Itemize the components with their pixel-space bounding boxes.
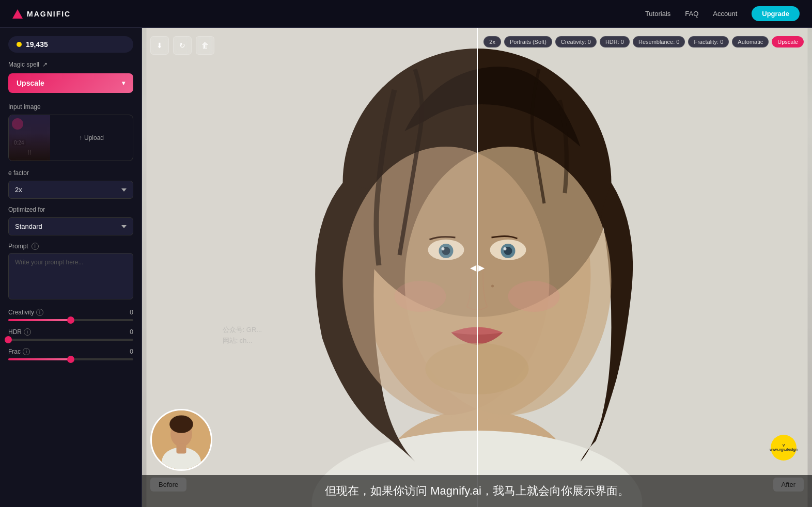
upscale-button-label: Upscale	[17, 79, 44, 87]
credits-dot-icon	[17, 42, 22, 47]
nav-account[interactable]: Account	[713, 10, 737, 18]
creativity-slider-fill	[8, 319, 71, 321]
nav-faq[interactable]: FAQ	[685, 10, 698, 18]
download-button[interactable]: ⬇	[150, 36, 169, 55]
refresh-button[interactable]: ↻	[173, 36, 192, 55]
svg-rect-23	[177, 444, 186, 454]
svg-point-18	[491, 285, 494, 288]
fractality-value: 0	[130, 348, 133, 355]
creativity-row: Creativity i 0	[8, 309, 133, 321]
main-layout: 19,435 Magic spell ↗ Upscale ▾ Input ima…	[0, 28, 812, 507]
svg-point-14	[504, 247, 507, 250]
optimized-for-select[interactable]: Standard Portraits (Soft) Portraits Art …	[8, 217, 133, 235]
optimized-for-row: Optimized for Standard Portraits (Soft) …	[8, 206, 133, 235]
logo: MAGNIFIC	[12, 9, 71, 19]
svg-point-21	[169, 416, 193, 433]
image-compare: ◀ ▶ 公众号: GR... 网站: ch... ⬇ ↻ 🗑	[142, 28, 812, 507]
image-preview-panel: 0:24 ⏸	[9, 115, 50, 161]
magic-spell-label: Magic spell	[8, 61, 39, 68]
magic-spell-row: Magic spell ↗	[8, 61, 133, 68]
watermark-badge: Vwww.vgv.design	[771, 435, 797, 461]
badge-2x: 2x	[483, 36, 501, 47]
main-area: ◀ ▶ 公众号: GR... 网站: ch... ⬇ ↻ 🗑	[142, 28, 812, 507]
logo-icon	[12, 9, 23, 19]
fractality-info-icon[interactable]: i	[23, 348, 30, 355]
video-overlay	[150, 409, 212, 471]
badge-upscale: Upscale	[772, 36, 804, 47]
fractality-label: Frac i	[8, 348, 30, 355]
divider-handle[interactable]: ◀ ▶	[470, 263, 485, 273]
input-image-label: Input image	[8, 103, 133, 110]
image-badges: 2x Portraits (Soft) Creativity: 0 HDR: 0…	[483, 36, 804, 47]
scale-factor-select[interactable]: 1x 2x 4x 8x	[8, 181, 133, 199]
hdr-slider-thumb[interactable]	[5, 336, 12, 343]
upscale-button[interactable]: Upscale ▾	[8, 73, 133, 93]
upload-icon: ↑ Upload	[79, 134, 104, 141]
creativity-label: Creativity i	[8, 309, 43, 316]
optimized-for-label: Optimized for	[8, 206, 133, 213]
badge-fractality: Fractality: 0	[688, 36, 729, 47]
video-person-svg	[152, 409, 211, 471]
scale-factor-row: e factor 1x 2x 4x 8x	[8, 169, 133, 199]
creativity-label-row: Creativity i 0	[8, 309, 133, 316]
prompt-label-row: Prompt i	[8, 243, 133, 250]
upgrade-button[interactable]: Upgrade	[752, 6, 800, 21]
arrow-left-icon[interactable]: ◀	[470, 263, 476, 273]
creativity-value: 0	[130, 309, 133, 316]
topnav: MAGNIFIC Tutorials FAQ Account Upgrade	[0, 0, 812, 28]
hdr-info-icon[interactable]: i	[24, 328, 31, 336]
prompt-textarea[interactable]	[8, 253, 133, 299]
magic-spell-icon: ↗	[42, 61, 48, 68]
delete-button[interactable]: 🗑	[196, 36, 214, 55]
watermark-badge-text: Vwww.vgv.design	[770, 443, 798, 452]
sidebar: 19,435 Magic spell ↗ Upscale ▾ Input ima…	[0, 28, 142, 507]
badge-hdr: HDR: 0	[600, 36, 630, 47]
image-toolbar: ⬇ ↻ 🗑	[150, 36, 214, 55]
trash-icon: 🗑	[201, 41, 209, 50]
fractality-slider-fill	[8, 358, 71, 360]
input-image-area: 0:24 ⏸ ↑ Upload	[8, 115, 133, 161]
input-image-inner: 0:24 ⏸ ↑ Upload	[9, 115, 133, 161]
prompt-row: Prompt i	[8, 243, 133, 302]
subtitle-overlay: 但现在，如果你访问 Magnify.ai，我马上就会向你展示界面。	[142, 475, 812, 507]
nav-tutorials[interactable]: Tutorials	[645, 10, 670, 18]
hdr-row: HDR i 0	[8, 328, 133, 341]
arrow-right-icon[interactable]: ▶	[478, 263, 485, 273]
scale-factor-label: e factor	[8, 169, 133, 177]
credits-badge: 19,435	[8, 36, 133, 53]
upscale-btn-container: Upscale ▾	[8, 73, 133, 93]
nav-links: Tutorials FAQ Account Upgrade	[645, 6, 800, 21]
creativity-slider-thumb[interactable]	[67, 316, 74, 324]
upload-zone[interactable]: ↑ Upload	[50, 115, 133, 161]
fractality-row: Frac i 0	[8, 348, 133, 360]
hdr-value: 0	[130, 328, 133, 336]
prompt-info-icon[interactable]: i	[32, 243, 39, 250]
download-icon: ⬇	[157, 41, 163, 50]
logo-text: MAGNIFIC	[27, 10, 71, 18]
upscale-chevron-icon: ▾	[122, 80, 125, 87]
credits-amount: 19,435	[26, 40, 48, 49]
subtitle-text: 但现在，如果你访问 Magnify.ai，我马上就会向你展示界面。	[152, 483, 802, 499]
fractality-label-row: Frac i 0	[8, 348, 133, 355]
hdr-label: HDR i	[8, 328, 31, 336]
creativity-slider-track[interactable]	[8, 319, 133, 321]
badge-creativity: Creativity: 0	[555, 36, 597, 47]
creativity-info-icon[interactable]: i	[36, 309, 43, 316]
svg-point-16	[508, 281, 560, 312]
badge-portraits: Portraits (Soft)	[504, 36, 552, 47]
hdr-label-row: HDR i 0	[8, 328, 133, 336]
badge-automatic: Automatic	[732, 36, 769, 47]
fractality-slider-thumb[interactable]	[67, 356, 74, 363]
refresh-icon: ↻	[179, 41, 185, 50]
prompt-label: Prompt	[8, 243, 28, 250]
hdr-slider-track[interactable]	[8, 339, 133, 341]
upload-label: Upload	[84, 134, 104, 141]
fractality-slider-track[interactable]	[8, 358, 133, 360]
badge-resemblance: Resemblance: 0	[633, 36, 685, 47]
